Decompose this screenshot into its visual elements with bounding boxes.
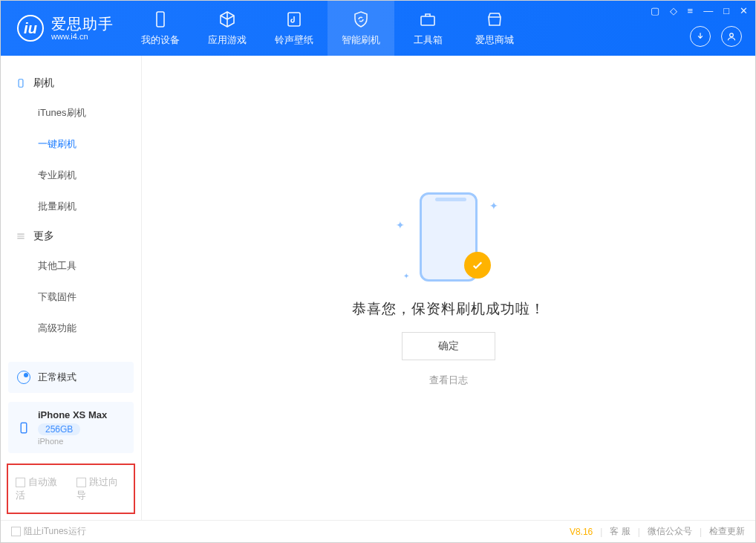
version-label: V8.16 bbox=[570, 527, 593, 537]
sidebar-section-more: 更多 bbox=[1, 222, 141, 250]
nav-apps[interactable]: 应用游戏 bbox=[194, 1, 261, 56]
briefcase-icon bbox=[418, 10, 437, 29]
nav-ringtone[interactable]: 铃声壁纸 bbox=[261, 1, 328, 56]
sidebar-item-firmware[interactable]: 下载固件 bbox=[1, 282, 141, 313]
shirt-icon[interactable]: ▢ bbox=[651, 5, 659, 16]
success-message: 恭喜您，保资料刷机成功啦！ bbox=[352, 299, 545, 319]
store-icon bbox=[485, 10, 504, 29]
device-capacity: 256GB bbox=[38, 423, 80, 435]
svg-rect-4 bbox=[19, 79, 23, 88]
list-icon bbox=[16, 231, 26, 241]
device-type: iPhone bbox=[38, 437, 107, 446]
maximize-button[interactable]: □ bbox=[723, 5, 729, 16]
wechat-link[interactable]: 微信公众号 bbox=[648, 525, 692, 538]
logo-icon: iu bbox=[17, 15, 44, 42]
app-logo: iu 爱思助手 www.i4.cn bbox=[1, 15, 127, 42]
svg-rect-0 bbox=[157, 12, 164, 27]
auto-activate-checkbox[interactable]: 自动激活 bbox=[16, 475, 66, 502]
svg-point-3 bbox=[730, 33, 734, 37]
sidebar-item-oneclick[interactable]: 一键刷机 bbox=[1, 129, 141, 160]
titlebar: iu 爱思助手 www.i4.cn 我的设备 应用游戏 铃声壁纸 智能刷机 工具… bbox=[1, 1, 755, 56]
sidebar-section-flash: 刷机 bbox=[1, 69, 141, 97]
nav-flash[interactable]: 智能刷机 bbox=[328, 1, 394, 56]
success-illustration: ✦ ✦ ✦ bbox=[400, 189, 497, 286]
footer: 阻止iTunes运行 V8.16 | 客 服 | 微信公众号 | 检查更新 bbox=[1, 520, 755, 542]
svg-rect-5 bbox=[21, 423, 27, 433]
sidebar-item-pro[interactable]: 专业刷机 bbox=[1, 160, 141, 191]
mode-card[interactable]: 正常模式 bbox=[8, 362, 134, 393]
mode-label: 正常模式 bbox=[38, 371, 76, 384]
menu-icon[interactable]: ≡ bbox=[688, 5, 694, 16]
app-name: 爱思助手 bbox=[51, 16, 114, 32]
shield-refresh-icon bbox=[351, 10, 371, 29]
feedback-icon[interactable]: ◇ bbox=[670, 5, 677, 16]
nav-toolbox[interactable]: 工具箱 bbox=[394, 1, 461, 56]
close-button[interactable]: ✕ bbox=[740, 5, 748, 16]
check-icon bbox=[464, 252, 491, 279]
cube-icon bbox=[218, 10, 237, 29]
download-button[interactable] bbox=[690, 26, 711, 47]
skip-guide-checkbox[interactable]: 跳过向导 bbox=[76, 475, 127, 502]
nav-store[interactable]: 爱思商城 bbox=[461, 1, 528, 56]
flash-options: 自动激活 跳过向导 bbox=[7, 464, 135, 514]
window-controls: ▢ ◇ ≡ — □ ✕ bbox=[651, 5, 748, 16]
main-nav: 我的设备 应用游戏 铃声壁纸 智能刷机 工具箱 爱思商城 bbox=[127, 1, 528, 56]
sidebar-item-advanced[interactable]: 高级功能 bbox=[1, 313, 141, 344]
sidebar: 刷机 iTunes刷机 一键刷机 专业刷机 批量刷机 更多 其他工具 下载固件 … bbox=[1, 56, 142, 520]
block-itunes-checkbox[interactable]: 阻止iTunes运行 bbox=[11, 525, 86, 538]
main-content: ✦ ✦ ✦ 恭喜您，保资料刷机成功啦！ 确定 查看日志 bbox=[142, 56, 755, 520]
sidebar-item-other[interactable]: 其他工具 bbox=[1, 250, 141, 282]
user-button[interactable] bbox=[721, 26, 742, 47]
nav-device[interactable]: 我的设备 bbox=[127, 1, 194, 56]
sidebar-item-batch[interactable]: 批量刷机 bbox=[1, 191, 141, 222]
mode-icon bbox=[17, 371, 30, 384]
check-update-link[interactable]: 检查更新 bbox=[709, 525, 745, 538]
svg-rect-2 bbox=[421, 16, 434, 25]
sidebar-item-itunes[interactable]: iTunes刷机 bbox=[1, 97, 141, 129]
device-card[interactable]: iPhone XS Max 256GB iPhone bbox=[8, 402, 134, 453]
support-link[interactable]: 客 服 bbox=[610, 525, 630, 538]
music-icon bbox=[284, 10, 304, 29]
phone-icon bbox=[151, 10, 170, 29]
device-name: iPhone XS Max bbox=[38, 409, 107, 420]
app-url: www.i4.cn bbox=[51, 32, 114, 41]
ok-button[interactable]: 确定 bbox=[402, 332, 495, 360]
device-icon bbox=[16, 78, 26, 88]
minimize-button[interactable]: — bbox=[703, 5, 713, 16]
phone-icon bbox=[17, 421, 30, 435]
view-log-link[interactable]: 查看日志 bbox=[429, 374, 468, 387]
